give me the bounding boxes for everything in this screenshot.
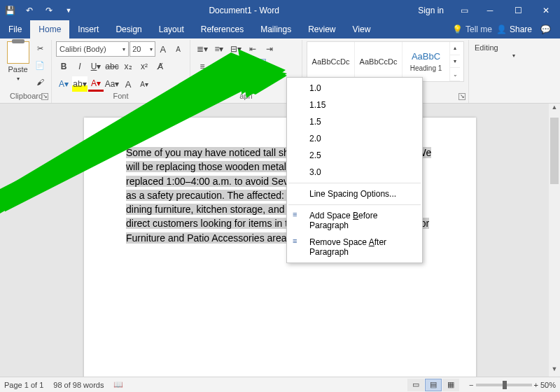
shrink-font-button[interactable]: A bbox=[171, 41, 186, 57]
proofing-icon[interactable]: 📖 bbox=[113, 380, 123, 389]
multilevel-button[interactable]: ⊟▾ bbox=[228, 41, 244, 57]
title-bar: 💾 ↶ ↷ ▼ Document1 - Word Sign in ▭ ─ ☐ ✕ bbox=[0, 0, 560, 20]
underline-button[interactable]: U▾ bbox=[88, 59, 104, 74]
change-case-button[interactable]: Aa▾ bbox=[104, 76, 120, 92]
styles-up-icon[interactable]: ▴ bbox=[450, 42, 460, 55]
style-heading1[interactable]: AaBbC Heading 1 bbox=[402, 42, 450, 81]
bullets-button[interactable]: ≣▾ bbox=[195, 41, 210, 57]
align-right-button[interactable]: ≡ bbox=[228, 59, 244, 74]
ruler[interactable] bbox=[0, 104, 560, 118]
zoom-slider[interactable] bbox=[476, 384, 532, 386]
tab-file[interactable]: File bbox=[0, 20, 30, 38]
ribbon-display-icon[interactable]: ▭ bbox=[452, 6, 476, 15]
clear-formatting-icon[interactable]: A̸ bbox=[153, 59, 168, 74]
qat-customize-icon[interactable]: ▼ bbox=[59, 0, 78, 20]
add-space-before[interactable]: ≡ Add Space Before Paragraph bbox=[287, 207, 422, 234]
line-spacing-button[interactable]: ↕≡▾ bbox=[245, 59, 266, 74]
minimize-button[interactable]: ─ bbox=[476, 0, 504, 20]
tab-design[interactable]: Design bbox=[107, 20, 150, 38]
scroll-up-icon[interactable]: ▲ bbox=[549, 104, 560, 115]
highlight-button[interactable]: ab▾ bbox=[72, 76, 88, 92]
bold-button[interactable]: B bbox=[56, 59, 71, 74]
editing-button[interactable]: Editing bbox=[475, 43, 553, 52]
styles-more-icon[interactable]: ⌄ bbox=[450, 68, 460, 81]
tab-mailings[interactable]: Mailings bbox=[252, 20, 300, 38]
status-bar: Page 1 of 1 98 of 98 words 📖 ▭ ▤ ▦ − + 5… bbox=[0, 377, 560, 392]
redo-icon[interactable]: ↷ bbox=[39, 0, 59, 20]
comments-icon[interactable]: 💬 bbox=[536, 24, 554, 34]
styles-dialog-launcher[interactable]: ↘ bbox=[458, 93, 465, 100]
window-title: Document1 - Word bbox=[78, 6, 410, 15]
style-no-spacing[interactable]: AaBbCcDc bbox=[355, 42, 402, 81]
document-area: Some of you may have noticed tall shelve… bbox=[0, 104, 560, 377]
zoom-out-button[interactable]: − bbox=[469, 381, 473, 389]
clipboard-dialog-launcher[interactable]: ↘ bbox=[41, 93, 48, 100]
tab-layout[interactable]: Layout bbox=[150, 20, 192, 38]
font-color-button[interactable]: A▾ bbox=[88, 76, 104, 92]
grow-font-button[interactable]: A bbox=[156, 41, 171, 57]
lightbulb-icon: 💡 bbox=[452, 24, 463, 34]
share-button[interactable]: 👤Share bbox=[496, 24, 532, 34]
print-layout-icon[interactable]: ▤ bbox=[425, 379, 442, 391]
ribbon-tabs: File Home Insert Design Layout Reference… bbox=[0, 20, 560, 38]
tell-me-search[interactable]: 💡Tell me bbox=[452, 24, 492, 34]
tab-home[interactable]: Home bbox=[30, 20, 69, 38]
copy-icon[interactable]: 📄 bbox=[33, 58, 47, 72]
tab-view[interactable]: View bbox=[344, 20, 379, 38]
font-dialog-launcher[interactable]: ↘ bbox=[180, 93, 187, 100]
superscript-button[interactable]: x² bbox=[136, 59, 152, 74]
shrink-font-2[interactable]: A▾ bbox=[136, 76, 152, 92]
cut-icon[interactable]: ✂ bbox=[33, 41, 47, 55]
spacing-2-5[interactable]: 2.5 bbox=[287, 147, 422, 164]
zoom-level[interactable]: 50% bbox=[540, 381, 556, 389]
format-painter-icon[interactable]: 🖌 bbox=[33, 75, 47, 89]
window-controls: ─ ☐ ✕ bbox=[476, 0, 560, 20]
scroll-down-icon[interactable]: ▼ bbox=[549, 365, 560, 377]
save-icon[interactable]: 💾 bbox=[0, 0, 20, 20]
line-spacing-options[interactable]: Line Spacing Options... bbox=[287, 186, 422, 202]
share-icon: 👤 bbox=[496, 24, 507, 34]
space-before-icon: ≡ bbox=[293, 210, 302, 218]
sign-in-link[interactable]: Sign in bbox=[410, 6, 452, 15]
decrease-indent-button[interactable]: ⇤ bbox=[245, 41, 260, 57]
styles-gallery[interactable]: AaBbCcDc AaBbCcDc AaBbC Heading 1 ▴ ▾ ⌄ bbox=[307, 41, 464, 82]
italic-button[interactable]: I bbox=[72, 59, 88, 74]
web-layout-icon[interactable]: ▦ bbox=[442, 379, 459, 391]
spacing-1-5[interactable]: 1.5 bbox=[287, 113, 422, 130]
ribbon: Paste▾ ✂ 📄 🖌 Clipboard ↘ Calibri (Body)▾… bbox=[0, 38, 560, 104]
text-effects-button[interactable]: A▾ bbox=[56, 76, 71, 92]
paste-icon bbox=[7, 41, 29, 64]
spacing-3-0[interactable]: 3.0 bbox=[287, 164, 422, 181]
subscript-button[interactable]: x₂ bbox=[120, 59, 136, 74]
scroll-thumb[interactable] bbox=[550, 118, 559, 184]
group-clipboard: Paste▾ ✂ 📄 🖌 Clipboard ↘ bbox=[1, 40, 52, 103]
undo-icon[interactable]: ↶ bbox=[20, 0, 39, 20]
page-count[interactable]: Page 1 of 1 bbox=[4, 381, 43, 389]
tab-references[interactable]: References bbox=[192, 20, 252, 38]
tab-insert[interactable]: Insert bbox=[69, 20, 107, 38]
align-left-button[interactable]: ≡ bbox=[195, 59, 210, 74]
increase-indent-button[interactable]: ⇥ bbox=[262, 41, 277, 57]
line-spacing-menu: 1.0 1.15 1.5 2.0 2.5 3.0 Line Spacing Op… bbox=[286, 77, 423, 263]
font-name-combo[interactable]: Calibri (Body)▾ bbox=[56, 41, 129, 57]
spacing-2-0[interactable]: 2.0 bbox=[287, 130, 422, 147]
spacing-1-15[interactable]: 1.15 bbox=[287, 97, 422, 113]
tab-review[interactable]: Review bbox=[300, 20, 344, 38]
zoom-in-button[interactable]: + bbox=[534, 381, 538, 389]
close-button[interactable]: ✕ bbox=[532, 0, 560, 20]
styles-down-icon[interactable]: ▾ bbox=[450, 55, 460, 69]
spacing-1-0[interactable]: 1.0 bbox=[287, 80, 422, 97]
grow-font-2[interactable]: A bbox=[120, 76, 136, 92]
numbering-button[interactable]: ≡▾ bbox=[211, 41, 227, 57]
remove-space-after[interactable]: ≡ Remove Space After Paragraph bbox=[287, 234, 422, 260]
align-center-button[interactable]: ≡ bbox=[211, 59, 227, 74]
group-font: Calibri (Body)▾ 20▾ A A B I U▾ abc x₂ x²… bbox=[52, 40, 190, 103]
vertical-scrollbar[interactable]: ▲ ▼ bbox=[549, 104, 560, 377]
strikethrough-button[interactable]: abc bbox=[104, 59, 120, 74]
paste-button[interactable]: Paste▾ bbox=[6, 41, 30, 89]
maximize-button[interactable]: ☐ bbox=[504, 0, 532, 20]
style-normal[interactable]: AaBbCcDc bbox=[307, 42, 355, 81]
word-count[interactable]: 98 of 98 words bbox=[53, 381, 104, 389]
read-mode-icon[interactable]: ▭ bbox=[407, 379, 424, 391]
font-size-combo[interactable]: 20▾ bbox=[130, 41, 155, 57]
